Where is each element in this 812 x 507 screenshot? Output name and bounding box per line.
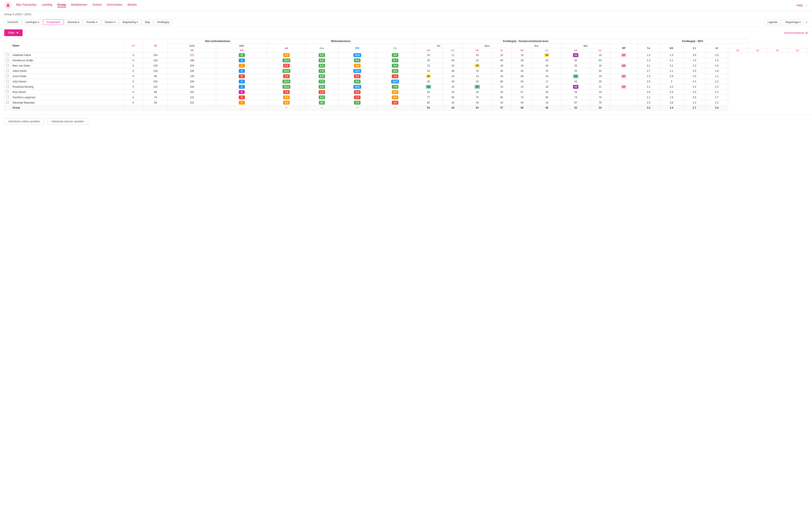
breadcrumb: Groep 6 (2022 / 2023): [0, 11, 812, 18]
tab-absentie[interactable]: Absentie: [64, 19, 83, 25]
logout-icon[interactable]: →: [805, 4, 808, 7]
student-msv-ev: 2.4: [683, 79, 706, 84]
student-biol: 1.0: [305, 90, 338, 95]
student-name[interactable]: Abdelhak Fabrie: [11, 53, 124, 58]
student-aa: 4.0: [267, 100, 305, 105]
nav-mijn-parnassys[interactable]: Mijn ParnasSys: [16, 3, 37, 7]
rapportage-button[interactable]: Rapportage: [782, 19, 804, 25]
student-name[interactable]: Hendericus Godijn: [11, 58, 124, 63]
student-tot-ll: 43: [443, 79, 463, 84]
student-tot-lk: 09: [414, 74, 443, 79]
table-row: Rosalinda Becking 5 102 192 A 10.0 6.0 1…: [4, 84, 808, 90]
student-bw: 1.0: [338, 90, 376, 95]
vs-header: VS: [168, 48, 216, 53]
plannen-button[interactable]: Individuele plannen opstellen: [47, 118, 88, 125]
notities-button[interactable]: Individuele notities opstellen: [4, 118, 44, 125]
student-name[interactable]: Steventje Maasdam: [11, 100, 124, 105]
student-msv-wb: 1.5: [660, 53, 683, 58]
nav-groep[interactable]: Groep: [57, 3, 66, 7]
row-checkbox[interactable]: [4, 53, 11, 58]
toolbar: Filter ▼ Kolommenkiezer ⊞: [0, 27, 812, 39]
filter-icon: ▼: [16, 31, 19, 35]
row-checkbox[interactable]: [4, 100, 11, 105]
student-name[interactable]: Marc van Dalen: [11, 63, 124, 68]
student-mor-lk: 43: [561, 79, 590, 84]
student-lj: 5: [123, 79, 143, 84]
filter-label: Filter: [8, 31, 14, 35]
student-tot-lk: 77: [414, 95, 443, 100]
student-soc-ll: 34: [532, 90, 561, 95]
student-name[interactable]: Sandrina Langstraat: [11, 95, 124, 100]
student-hp: [610, 58, 637, 63]
legenda-button[interactable]: Legenda: [764, 19, 781, 25]
row-checkbox[interactable]: [4, 74, 11, 79]
student-msv-av: 1.3: [706, 84, 728, 90]
nav-leerling[interactable]: Leerling: [42, 3, 52, 7]
student-iq: 95: [143, 100, 168, 105]
student-ae: A: [216, 79, 267, 84]
student-bw: 6.8: [338, 79, 376, 84]
tab-overzicht[interactable]: Overzicht: [4, 19, 21, 25]
student-msv-wb: 2.1: [660, 68, 683, 74]
student-emo-lk: 09: [463, 63, 492, 68]
student-mor-ll: 25: [590, 79, 610, 84]
student-msv-av: 2.7: [706, 95, 728, 100]
kolommenkiezer-button[interactable]: Kolommenkiezer ⊞: [784, 31, 808, 35]
tab-kindbegrip[interactable]: Kindbegrip: [154, 19, 172, 25]
student-tot-lk: 54: [414, 90, 443, 95]
student-mor-ll: 19: [590, 53, 610, 58]
student-mor-ll: 34: [590, 68, 610, 74]
student-mor-lk: 87: [561, 100, 590, 105]
student-msv-av: 1.8: [706, 68, 728, 74]
row-checkbox[interactable]: [4, 58, 11, 63]
student-ae: A: [216, 68, 267, 74]
student-name[interactable]: Joline Gerits: [11, 68, 124, 74]
student-msv-ev: 2.5: [683, 74, 706, 79]
help-label[interactable]: Help: [797, 4, 803, 7]
tab-begeleiding[interactable]: Begeleiding: [119, 19, 141, 25]
nav-school[interactable]: School: [92, 3, 101, 7]
student-vs: 171: [168, 53, 216, 58]
tab-map[interactable]: Map: [142, 19, 153, 25]
student-aa: 1.0: [267, 74, 305, 79]
close-button[interactable]: ×: [805, 20, 808, 24]
mor-ll-header: LL: [590, 48, 610, 53]
emo-ll-header: LL: [492, 48, 511, 53]
tab-rooster[interactable]: Rooster: [83, 19, 100, 25]
student-msv-ev: 4.2: [683, 84, 706, 90]
filter-button[interactable]: Filter ▼: [4, 30, 22, 36]
student-name[interactable]: Rosalinda Becking: [11, 84, 124, 90]
student-msv-ev: 3.3: [683, 63, 706, 68]
nav-overzichten[interactable]: Overzichten: [107, 3, 122, 7]
row-checkbox[interactable]: [4, 79, 11, 84]
student-soc-ll: 30: [532, 63, 561, 68]
nav-beheer[interactable]: Beheer: [128, 3, 137, 7]
student-ca: 4.0: [376, 63, 414, 68]
student-emo-lk: 34: [463, 79, 492, 84]
student-name[interactable]: Roos Bloem: [11, 90, 124, 95]
tab-leerlingen[interactable]: Leerlingen: [22, 19, 42, 25]
student-biol: 6.2: [305, 95, 338, 100]
student-tot-lk: 25: [414, 58, 443, 63]
student-emo-ll: 19: [492, 53, 511, 58]
row-checkbox[interactable]: [4, 68, 11, 74]
row-checkbox[interactable]: [4, 63, 11, 68]
row-checkbox[interactable]: [4, 95, 11, 100]
student-mor-ll: 19: [590, 74, 610, 79]
student-soc-lk: 19: [511, 53, 532, 58]
msv-wb-ll-header: LL: [748, 48, 768, 53]
row-checkbox[interactable]: [4, 90, 11, 95]
student-msv-av: 3.5: [706, 53, 728, 58]
tab-groepskaart[interactable]: Groepskaart: [43, 19, 63, 25]
student-name[interactable]: Julia Damen: [11, 79, 124, 84]
student-bw: 10.0: [338, 53, 376, 58]
row-checkbox[interactable]: [4, 84, 11, 90]
student-aa: 1.0: [267, 90, 305, 95]
student-name[interactable]: Joost Köster: [11, 74, 124, 79]
msv-ev-ll-header: LL: [768, 48, 788, 53]
nav-medewerker[interactable]: Medewerker: [71, 3, 87, 7]
student-ca: 1.0: [376, 74, 414, 79]
tab-toetsen[interactable]: Toetsen: [101, 19, 119, 25]
mor-sub-header: Mor: [561, 44, 610, 48]
student-msv-ev: 2.5: [683, 90, 706, 95]
